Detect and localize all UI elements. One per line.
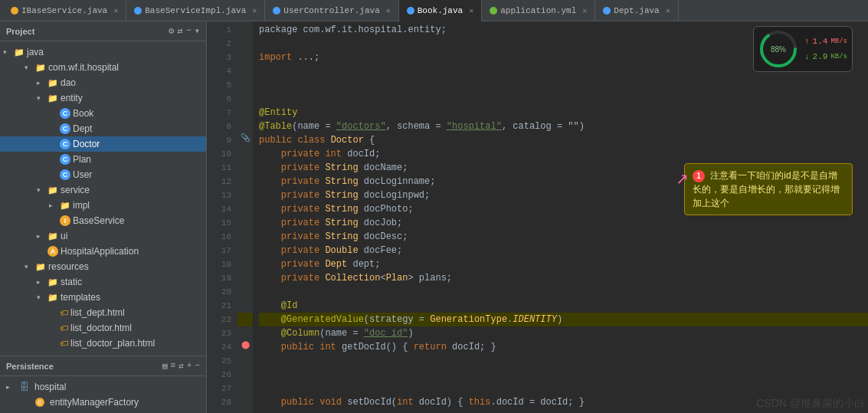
tree-impl[interactable]: ▸ 📁 impl [0,198,206,213]
code-line-10: private int docId; [259,147,868,161]
expand-java: ▾ [3,48,14,56]
code-line-6 [259,92,868,106]
class-icon-user: C [60,169,70,180]
code-line-23: @Column(name = "doc_id") [259,326,868,340]
tree-dao[interactable]: ▸ 📁 dao [0,75,206,90]
code-line-9: public class Doctor { [259,133,868,147]
persistence-hospital[interactable]: ▸ 🗄 hospital [0,379,206,395]
persistence-header: Persistence ▤ ≡ ⇄ + − [0,356,206,376]
code-line-7: @Entity [259,106,868,120]
persistence-icon-5[interactable]: − [195,361,200,371]
class-icon-baseservice: I [60,215,70,226]
folder-icon-dao: 📁 [47,78,58,88]
tree-doctor[interactable]: C Doctor [0,136,206,152]
code-line-17: private Double docFee; [259,244,868,257]
db-icon: 🗄 [20,382,29,392]
expand-comwf: ▾ [25,64,35,71]
expand-impl: ▸ [49,202,60,209]
settings-icon[interactable]: ⚙ [169,25,174,37]
sidebar-header: Project ⚙ ⇄ − ▾ [0,21,206,41]
bp-line24: ⬤ [237,340,253,354]
bookmark-line9: 📎 [237,133,253,147]
code-line-16: private String docDesc; [259,230,868,244]
code-line-15: private String docJob; [259,216,868,230]
sidebar-header-icons: ⚙ ⇄ − ▾ [169,25,200,37]
expand-entity: ▾ [37,94,47,102]
collapse-icon[interactable]: − [186,25,192,37]
tree-baseservice[interactable]: I BaseService [0,213,206,228]
tree-java[interactable]: ▾ 📁 java [0,44,206,60]
code-line-24: public int getDocId() { return docId; } [259,340,868,354]
tab-icon-dept [603,7,611,15]
code-editor[interactable]: 88% ↑ 1.4 MB/s ↓ 2.9 KB/s [253,21,868,413]
persistence-entitymanager[interactable]: C entityManagerFactory [0,395,206,410]
tree-dept[interactable]: C Dept [0,121,206,136]
tree-comwf[interactable]: ▾ 📁 com.wf.it.hospital [0,60,206,75]
tab-icon-baseserviceimpl [134,7,142,15]
code-line-2 [259,37,868,51]
persistence-icon-4[interactable]: + [187,361,192,371]
tree-hospitalapp[interactable]: A HospitalApplication [0,244,206,259]
folder-icon-templates: 📁 [47,293,58,303]
tab-icon-ibaseservice [11,7,18,15]
code-line-22: @GeneratedValue(strategy = GenerationTyp… [259,313,868,326]
tab-usercontroller[interactable]: UserController.java ✕ [265,0,398,21]
folder-icon-ui: 📁 [47,231,58,241]
tab-application[interactable]: application.yml ✕ [482,0,595,21]
bp-1 [237,23,253,37]
code-line-3: import ...; [259,51,868,64]
code-line-21: @Id [259,299,868,313]
persistence-icons: ▤ ≡ ⇄ + − [162,361,200,371]
tree-entity[interactable]: ▾ 📁 entity [0,90,206,106]
tree-ui[interactable]: ▸ 📁 ui [0,228,206,244]
tree-service[interactable]: ▾ 📁 service [0,182,206,198]
tab-book[interactable]: Book.java ✕ [399,0,482,21]
code-area[interactable]: 1 2 3 4 5 6 7 8 9 10 11 12 13 14 15 16 1… [207,21,868,413]
sidebar-title: Project [6,27,34,36]
tree-list-doctor-plan[interactable]: 🏷 list_doctor_plan.html [0,336,206,351]
breakpoint-column: 📎 ⬤ [237,21,253,413]
main-layout: Project ⚙ ⇄ − ▾ ▾ 📁 java ▾ 📁 co [0,21,868,413]
tree-plan[interactable]: C Plan [0,152,206,167]
tab-baseserviceimpl[interactable]: BaseServiceImpl.java ✕ [126,0,265,21]
code-line-4 [259,64,868,78]
folder-icon-static: 📁 [47,277,58,287]
annotation-arrow-icon: ↙ [676,169,689,192]
persistence-icon-2[interactable]: ≡ [171,361,176,371]
editor-area: 1 2 3 4 5 6 7 8 9 10 11 12 13 14 15 16 1… [207,21,868,413]
project-tree[interactable]: ▾ 📁 java ▾ 📁 com.wf.it.hospital ▸ 📁 dao [0,41,206,356]
tree-resources[interactable]: ▾ 📁 resources [0,259,206,274]
annotation-text: 注意看一下咱们的id是不是自增长的，要是自增长的，那就要记得增加上这个 [693,170,840,208]
tree-user[interactable]: C User [0,167,206,182]
folder-icon-resources: 📁 [35,262,46,272]
class-icon-entitymanager: C [35,398,44,407]
class-icon-dept: C [60,123,70,134]
annotation-number: 1 [693,170,705,182]
persistence-icon-3[interactable]: ⇄ [179,361,184,371]
expand-dao: ▸ [37,79,47,87]
persistence-title: Persistence [6,362,54,371]
more-icon[interactable]: ▾ [195,25,200,37]
line-numbers: 1 2 3 4 5 6 7 8 9 10 11 12 13 14 15 16 1… [207,21,237,413]
sync-icon[interactable]: ⇄ [177,25,182,37]
class-icon-doctor: C [60,139,70,149]
tab-ibaseservice[interactable]: IBaseService.java ✕ [3,0,126,21]
tree-book[interactable]: C Book [0,106,206,121]
tree-list-dept[interactable]: 🏷 list_dept.html [0,305,206,320]
sidebar: Project ⚙ ⇄ − ▾ ▾ 📁 java ▾ 📁 co [0,21,207,413]
tab-icon-application [490,7,497,15]
html-icon-3: 🏷 [60,339,68,348]
tree-templates[interactable]: ▾ 📁 templates [0,290,206,305]
code-line-19: private Collection<Plan> plans; [259,271,868,285]
persistence-icon-1[interactable]: ▤ [162,361,168,371]
tab-dept[interactable]: Dept.java ✕ [595,0,678,21]
persistence-panel: Persistence ▤ ≡ ⇄ + − ▸ 🗄 hospital [0,356,206,413]
code-line-1: package com.wf.it.hospital.entity; [259,23,868,37]
class-icon-plan: C [60,154,70,165]
tab-bar: IBaseService.java ✕ BaseServiceImpl.java… [0,0,868,21]
tree-static[interactable]: ▸ 📁 static [0,274,206,290]
tree-list-doctor[interactable]: 🏷 list_doctor.html [0,320,206,336]
code-line-20 [259,285,868,299]
tab-icon-book [407,7,414,15]
persistence-content: ▸ 🗄 hospital C entityManagerFactory [0,376,206,413]
